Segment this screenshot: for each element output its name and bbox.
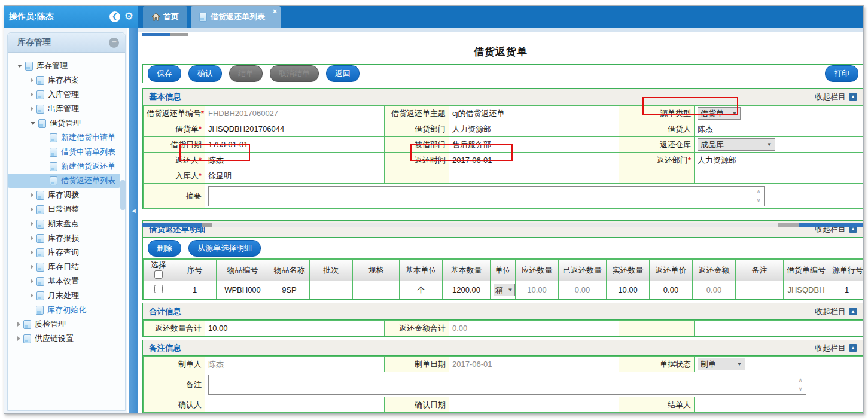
expander-icon[interactable]: [31, 293, 33, 298]
returner-value: 陈杰: [205, 153, 385, 168]
expander-icon[interactable]: [31, 279, 33, 284]
collapse-section-link[interactable]: 收起栏目▲: [815, 343, 857, 354]
qty-total-label: 返还数量合计: [144, 321, 205, 336]
back-button[interactable]: 返回: [326, 65, 360, 82]
select-from-source-button[interactable]: 从源单选择明细: [188, 240, 261, 257]
expander-icon[interactable]: [17, 322, 20, 327]
expander-icon[interactable]: [31, 264, 33, 269]
panel-header[interactable]: 库存管理 −: [8, 33, 125, 53]
document-icon: [36, 220, 44, 229]
sidebar-item-inventory-init[interactable]: 库存初始化: [8, 303, 125, 317]
sidebar-item-basic-settings[interactable]: 基本设置: [8, 274, 125, 288]
remark-textarea[interactable]: ∧∨: [208, 375, 806, 395]
collapse-sidebar-icon[interactable]: ❮: [109, 11, 120, 22]
sidebar-item-inventory-transfer[interactable]: 库存调拨: [8, 188, 125, 202]
row-checkbox[interactable]: [154, 285, 163, 293]
scrollbar-segment[interactable]: [202, 223, 212, 227]
scrollbar-middle[interactable]: [142, 223, 863, 227]
scrollbar-thumb-left[interactable]: [142, 223, 202, 227]
confirmer-value: [205, 397, 385, 413]
expander-icon[interactable]: [17, 65, 22, 68]
sidebar-item-supplychain-settings[interactable]: 供应链设置: [8, 331, 125, 346]
sidebar-scrollbar-thumb[interactable]: [120, 180, 126, 210]
amount-total-label: 返还金额合计: [385, 321, 449, 336]
unit-price-cell[interactable]: 0.00: [650, 281, 693, 299]
summary-textarea[interactable]: ∧∨: [208, 186, 765, 206]
expander-icon[interactable]: [31, 221, 33, 226]
document-icon: [25, 62, 33, 71]
delete-button[interactable]: 删除: [148, 240, 181, 257]
expander-icon[interactable]: [17, 336, 20, 341]
document-icon: [36, 277, 44, 286]
summary-label: 摘要: [144, 184, 205, 209]
col-loan-doc-no: 借货单编号: [784, 260, 829, 281]
print-button[interactable]: 打印: [825, 65, 858, 82]
scroll-arrows-icon[interactable]: ∧∨: [796, 376, 805, 394]
sidebar-item-outbound-mgmt[interactable]: 出库管理: [8, 102, 125, 116]
table-row: 1 WPBH000 9SP 个 1200.00 箱▼ 10.00 0.00 10…: [144, 281, 864, 299]
sidebar-item-monthend-process[interactable]: 月末处理: [8, 288, 125, 303]
lent-dept-label: 被借部门: [385, 137, 449, 153]
save-button[interactable]: 保存: [148, 65, 181, 82]
tab-doc-list[interactable]: 借货返还单列表 ×: [191, 6, 281, 28]
loan-doc-label: 借货单*: [144, 121, 205, 137]
empty-label: [619, 321, 695, 336]
expander-icon[interactable]: [31, 207, 33, 212]
confirm-button[interactable]: 确认: [188, 65, 222, 82]
sidebar-item-loan-mgmt[interactable]: 借货管理: [8, 116, 125, 130]
unit-select[interactable]: 箱▼: [494, 284, 515, 296]
source-type-label: 源单类型: [619, 106, 695, 121]
sidebar-item-inbound-mgmt[interactable]: 入库管理: [8, 87, 125, 102]
sidebar-item-periodend-count[interactable]: 期末盘点: [8, 217, 125, 231]
sidebar-item-inventory-query[interactable]: 库存查询: [8, 245, 125, 260]
sidebar-item-daily-close[interactable]: 库存日结: [8, 260, 125, 274]
tab-home[interactable]: 首页: [143, 6, 187, 28]
collapse-panel-icon[interactable]: −: [109, 38, 119, 48]
expander-icon[interactable]: [31, 106, 33, 111]
close-tab-icon[interactable]: ×: [273, 7, 277, 16]
sidebar-item-inventory-loss[interactable]: 库存报损: [8, 231, 125, 245]
expander-icon[interactable]: [31, 236, 33, 241]
cancel-close-button[interactable]: 取消结单: [270, 65, 319, 82]
actual-qty-cell[interactable]: 10.00: [607, 281, 650, 299]
expander-icon[interactable]: [31, 122, 35, 125]
col-select: 选择: [144, 260, 173, 281]
collapse-section-link[interactable]: 收起栏目▲: [815, 92, 857, 102]
scrollbar-track-top[interactable]: [170, 33, 188, 36]
expander-icon[interactable]: [31, 193, 33, 197]
return-warehouse-select[interactable]: 成品库▼: [698, 138, 775, 151]
source-type-select[interactable]: 借货单▼: [698, 107, 741, 120]
sidebar-item-new-loan-request[interactable]: 新建借货申请单: [8, 130, 125, 145]
sidebar-item-qc-mgmt[interactable]: 质检管理: [8, 317, 125, 331]
sidebar-item-loan-request-list[interactable]: 借货申请单列表: [8, 145, 125, 159]
sidebar-item-daily-adjust[interactable]: 日常调整: [8, 202, 125, 217]
page-title: 借货返货单: [138, 45, 863, 59]
scrollbar-thumb-right[interactable]: [799, 223, 863, 227]
sidebar-item-loan-return-list[interactable]: 借货返还单列表: [8, 174, 120, 188]
summary-cell: ∧∨: [205, 184, 864, 209]
expander-icon[interactable]: [31, 78, 33, 83]
splitter-collapse-icon[interactable]: ◄: [130, 207, 137, 214]
close-doc-button[interactable]: 结单: [229, 65, 263, 82]
gear-icon[interactable]: ⚙: [124, 11, 133, 22]
scroll-arrows-icon[interactable]: ∧∨: [754, 187, 763, 205]
splitter-bar[interactable]: ◄: [129, 28, 138, 413]
maker-label: 制单人: [144, 357, 205, 372]
empty-value: [449, 168, 619, 184]
expander-icon[interactable]: [31, 92, 33, 97]
sidebar-item-inventory-mgmt[interactable]: 库存管理: [8, 59, 125, 73]
remark-cell[interactable]: [736, 281, 784, 299]
stockin-value: 徐显明: [205, 168, 385, 184]
collapse-section-link[interactable]: 收起栏目▲: [815, 306, 857, 317]
scrollbar-thumb-top[interactable]: [142, 33, 170, 36]
sidebar-item-inventory-archive[interactable]: 库存档案: [8, 73, 125, 87]
sidebar-item-new-loan-return[interactable]: 新建借货返还单: [8, 159, 125, 174]
doc-status-select[interactable]: 制单▼: [698, 358, 745, 370]
source-line-cell: 1: [829, 281, 864, 299]
col-item-name: 物品名称: [269, 260, 310, 281]
returner-label: 返还人*: [144, 153, 205, 168]
scrollbar-segment[interactable]: [778, 223, 799, 227]
select-all-checkbox[interactable]: [154, 270, 163, 279]
expander-icon[interactable]: [31, 250, 33, 255]
borrower-label: 借货人: [619, 121, 695, 137]
